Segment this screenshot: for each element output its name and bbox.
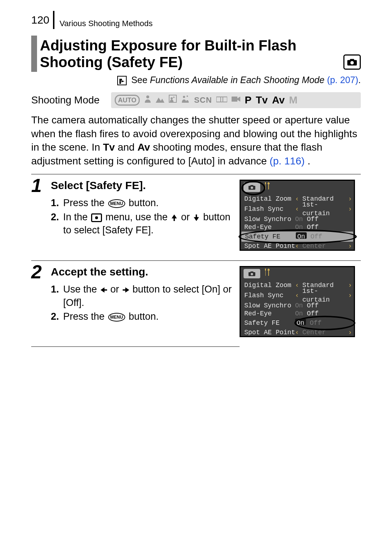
step-1: 1Select [Safety FE].1.Press the MENU but… bbox=[31, 174, 361, 261]
substeps: 1.Press the MENU button.2.In the menu, u… bbox=[51, 196, 234, 237]
intro-text-d: . bbox=[307, 155, 310, 167]
lcd-row-flash sync: Flash Sync‹1st-curtain› bbox=[241, 204, 354, 214]
substeps: 1.Use the or button to select [On] or [O… bbox=[51, 283, 234, 323]
svg-point-1 bbox=[146, 95, 149, 98]
mode-av: Av bbox=[272, 93, 285, 107]
step-title: Accept the setting. bbox=[51, 265, 234, 279]
lcd-on-selected: On bbox=[295, 319, 306, 325]
svg-point-4 bbox=[183, 96, 185, 98]
svg-point-3 bbox=[171, 97, 173, 99]
see-also-title: Functions Available in Each Shooting Mod… bbox=[150, 75, 324, 85]
lcd-tab-camera-icon bbox=[244, 183, 260, 192]
lcd-row-spot ae point: Spot AE Point‹Center› bbox=[241, 242, 354, 249]
mode-stitch-icon bbox=[216, 95, 227, 106]
see-also-arrow-icon bbox=[117, 76, 127, 85]
svg-rect-8 bbox=[232, 97, 237, 102]
substep-number: 2. bbox=[51, 310, 63, 323]
steps-table: 1Select [Safety FE].1.Press the MENU but… bbox=[31, 174, 361, 347]
lcd-row-red-eye: Red-EyeOn Off bbox=[241, 311, 354, 318]
camera-mode-icon bbox=[343, 54, 361, 70]
lcd-tab-tools-icon bbox=[264, 182, 270, 192]
substep-text: Press the MENU button. bbox=[63, 310, 234, 323]
step-number: 1 bbox=[31, 175, 51, 195]
svg-point-5 bbox=[187, 95, 188, 97]
mode-auto-icon: AUTO bbox=[115, 95, 140, 106]
substep-text: Use the or button to select [On] or [Off… bbox=[63, 283, 234, 309]
mode-tv: Tv bbox=[256, 93, 268, 107]
mode-landscape-icon bbox=[156, 95, 164, 106]
shooting-mode-row: Shooting Mode AUTO SCN P Tv bbox=[31, 92, 361, 108]
substep: 1.Use the or button to select [On] or [O… bbox=[51, 283, 234, 309]
section-title: Various Shooting Methods bbox=[60, 18, 152, 29]
lcd-screenshot-2: Digital Zoom‹Standard›Flash Sync‹1st-cur… bbox=[240, 266, 355, 337]
lcd-row-flash sync: Flash Sync‹1st-curtain› bbox=[241, 290, 354, 300]
shooting-mode-bar: AUTO SCN P Tv Av M bbox=[111, 92, 361, 108]
shooting-mode-label: Shooting Mode bbox=[31, 93, 111, 107]
lcd-tab-camera-icon bbox=[244, 269, 260, 278]
lcd-row-slow synchro: Slow SynchroOn Off bbox=[241, 300, 354, 311]
substep-number: 1. bbox=[51, 196, 63, 209]
step-title: Select [Safety FE]. bbox=[51, 178, 234, 193]
mode-portrait-icon bbox=[144, 95, 151, 106]
lcd-tabs bbox=[241, 181, 354, 194]
page-title-block: Adjusting Exposure for Built-in Flash Sh… bbox=[31, 36, 361, 72]
see-also: See Functions Available in Each Shooting… bbox=[31, 74, 361, 86]
intro-text-b: and bbox=[118, 142, 138, 153]
lcd-tabs bbox=[241, 267, 354, 280]
substep: 1.Press the MENU button. bbox=[51, 196, 234, 209]
tv-label: Tv bbox=[103, 142, 115, 153]
down-arrow-icon bbox=[193, 214, 200, 221]
lcd-tab-tools-icon bbox=[264, 269, 270, 278]
right-arrow-icon bbox=[123, 287, 129, 293]
lcd-row-safety fe: Safety FEOn Off bbox=[241, 318, 354, 328]
substep-number: 2. bbox=[51, 210, 63, 237]
mode-movie-icon bbox=[232, 95, 240, 106]
substep: 2.Press the MENU button. bbox=[51, 310, 234, 323]
see-also-prefix: See bbox=[131, 75, 150, 85]
left-arrow-icon bbox=[101, 287, 107, 293]
lcd-on-selected: On bbox=[296, 232, 307, 239]
substep-text: In the menu, use the or button to select… bbox=[63, 210, 234, 237]
up-arrow-icon bbox=[171, 214, 177, 221]
lcd-row-slow synchro: Slow SynchroOn Off bbox=[241, 214, 354, 224]
substep: 2.In the menu, use the or button to sele… bbox=[51, 210, 234, 237]
running-head: 120 Various Shooting Methods bbox=[31, 11, 361, 29]
svg-point-10 bbox=[251, 273, 253, 275]
av-label: Av bbox=[138, 142, 150, 153]
intro-page-ref[interactable]: (p. 116) bbox=[270, 155, 305, 167]
lcd-row-safety fe: Safety FEOn Off bbox=[241, 232, 353, 242]
lcd-row-spot ae point: Spot AE Point‹Center› bbox=[241, 328, 354, 335]
substep-text: Press the MENU button. bbox=[63, 196, 234, 209]
mode-m: M bbox=[289, 93, 297, 107]
substep-number: 1. bbox=[51, 283, 63, 309]
svg-rect-6 bbox=[216, 97, 223, 102]
intro-paragraph: The camera automatically changes the shu… bbox=[31, 113, 361, 168]
page-number: 120 bbox=[31, 11, 54, 29]
svg-point-9 bbox=[251, 187, 253, 189]
step-number: 2 bbox=[31, 261, 51, 281]
lcd-row-red-eye: Red-EyeOn Off bbox=[241, 224, 354, 232]
lcd-screenshot-1: Digital Zoom‹Standard›Flash Sync‹1st-cur… bbox=[240, 180, 355, 251]
svg-point-0 bbox=[350, 61, 354, 64]
mode-night-icon bbox=[169, 95, 177, 106]
mode-p: P bbox=[245, 93, 252, 107]
mode-kids-icon bbox=[181, 95, 190, 106]
see-also-page-ref[interactable]: (p. 207) bbox=[327, 75, 358, 85]
title-accent-bar bbox=[31, 36, 37, 72]
page-title: Adjusting Exposure for Built-in Flash Sh… bbox=[40, 36, 343, 72]
record-menu-icon bbox=[91, 213, 102, 222]
step-2: 2Accept the setting.1.Use the or button … bbox=[31, 261, 361, 347]
menu-button-icon: MENU bbox=[108, 313, 125, 322]
mode-scn-icon: SCN bbox=[194, 95, 212, 106]
menu-button-icon: MENU bbox=[108, 199, 125, 208]
svg-rect-7 bbox=[221, 97, 227, 102]
